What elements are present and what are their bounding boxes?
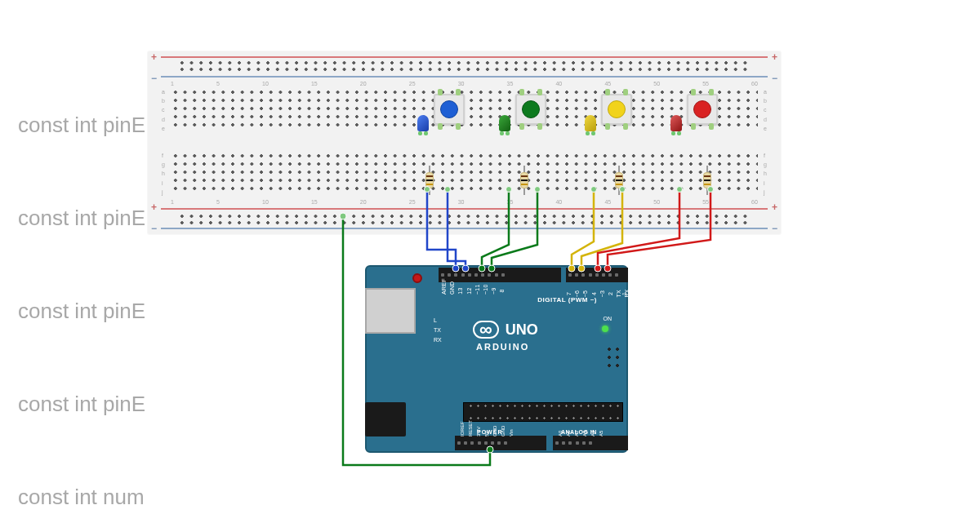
row-letters-right-top: abcde bbox=[764, 89, 767, 126]
rail-minus-icon: − bbox=[151, 223, 157, 234]
icsp-header bbox=[605, 345, 621, 370]
hole-strip bbox=[177, 68, 751, 71]
button-red[interactable] bbox=[687, 94, 718, 125]
analog-pin-labels: A0A1A2A3A4A5 bbox=[556, 430, 605, 435]
row-letters-right-bot: fghij bbox=[764, 153, 767, 190]
resistor[interactable] bbox=[615, 166, 623, 195]
arduino-logo: ∞ UNO bbox=[473, 321, 538, 339]
arduino-brand: ARDUINO bbox=[476, 342, 529, 352]
led-red[interactable] bbox=[670, 115, 682, 131]
power-rail-bot-pos bbox=[161, 208, 768, 210]
on-led-icon bbox=[602, 326, 608, 332]
digital-section-label: DIGITAL (PWM ~) bbox=[537, 296, 597, 304]
power-rail-bot-neg bbox=[161, 228, 768, 229]
rail-plus-icon: + bbox=[772, 51, 777, 63]
digital-header-left bbox=[439, 268, 561, 282]
digital-pin-labels: AREFGND1312~11~10~98 bbox=[440, 283, 506, 289]
hole-strip bbox=[177, 221, 751, 224]
hole-strip bbox=[171, 171, 758, 174]
rail-plus-icon: + bbox=[151, 51, 157, 63]
rail-minus-icon: − bbox=[772, 73, 777, 84]
code-line: const int pinE bbox=[18, 295, 400, 326]
hole-strip bbox=[171, 187, 758, 190]
led-yellow[interactable] bbox=[585, 115, 596, 131]
rail-plus-icon: + bbox=[772, 202, 777, 213]
led-green[interactable] bbox=[499, 115, 510, 131]
resistor[interactable] bbox=[703, 166, 711, 195]
code-line: const int num bbox=[18, 481, 400, 512]
row-letters-left-bot: fghij bbox=[162, 153, 165, 190]
on-label: ON bbox=[604, 316, 612, 321]
hole-strip bbox=[177, 61, 751, 64]
breadboard[interactable]: + + − − + + − − 151015202530354045505560… bbox=[148, 51, 781, 234]
row-letters-left-top: abcde bbox=[162, 89, 165, 126]
hole-strip bbox=[171, 162, 758, 166]
hole-strip bbox=[171, 154, 758, 157]
code-line: const int pinE bbox=[18, 388, 400, 419]
led-blue[interactable] bbox=[417, 115, 429, 131]
hole-strip bbox=[171, 179, 758, 182]
atmega-chip bbox=[463, 402, 623, 422]
analog-header bbox=[553, 436, 628, 450]
digital-header-right bbox=[566, 268, 628, 282]
button-blue[interactable] bbox=[434, 94, 465, 125]
rail-minus-icon: − bbox=[151, 73, 157, 84]
reset-button[interactable] bbox=[412, 273, 422, 283]
hole-strip bbox=[177, 215, 751, 218]
power-header bbox=[455, 436, 546, 450]
power-rail-top-neg bbox=[161, 76, 768, 78]
led-labels: L TX RX bbox=[434, 316, 442, 345]
hole-strip bbox=[171, 91, 758, 94]
digital-pin-labels-2: 7~6~54~32TX 1RX 0 bbox=[568, 283, 634, 295]
power-pin-labels: IOREFRESET3.3V5VGNDGNDVin bbox=[458, 430, 515, 435]
arduino-uno-board[interactable]: AREFGND1312~11~10~98 7~6~54~32TX 1RX 0 D… bbox=[365, 265, 628, 453]
button-yellow[interactable] bbox=[601, 94, 632, 125]
button-green[interactable] bbox=[515, 94, 546, 125]
usb-port bbox=[365, 288, 416, 334]
resistor[interactable] bbox=[520, 166, 528, 195]
infinity-icon: ∞ bbox=[473, 321, 499, 339]
power-jack bbox=[365, 402, 406, 436]
column-numbers-top: 151015202530354045505560 bbox=[171, 81, 758, 86]
rail-minus-icon: − bbox=[772, 223, 777, 234]
rail-plus-icon: + bbox=[151, 202, 157, 213]
power-rail-top-pos bbox=[161, 56, 768, 58]
column-numbers-bot: 151015202530354045505560 bbox=[171, 199, 758, 205]
resistor[interactable] bbox=[425, 166, 434, 195]
